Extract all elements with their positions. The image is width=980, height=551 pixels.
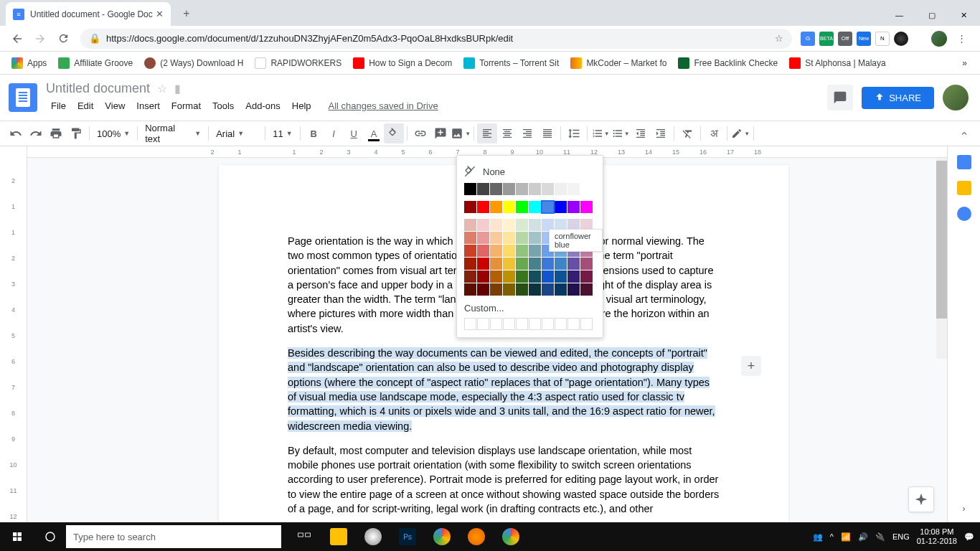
increase-indent-button[interactable] — [651, 123, 671, 143]
color-swatch[interactable] — [503, 201, 515, 213]
tray-chevron-icon[interactable]: ^ — [830, 532, 834, 541]
volume-icon[interactable]: 🔊 — [858, 532, 868, 542]
insert-comment-button[interactable] — [430, 123, 451, 143]
color-swatch[interactable] — [503, 232, 515, 244]
recent-color-swatch[interactable] — [516, 318, 528, 330]
color-swatch[interactable] — [490, 183, 502, 195]
color-swatch[interactable] — [464, 283, 476, 296]
color-swatch[interactable] — [529, 258, 541, 270]
recent-color-swatch[interactable] — [503, 318, 515, 330]
line-spacing-button[interactable] — [564, 123, 584, 143]
color-swatch[interactable] — [529, 201, 541, 213]
color-swatch[interactable] — [477, 232, 489, 244]
insert-link-button[interactable] — [410, 123, 430, 143]
color-swatch[interactable] — [503, 258, 515, 270]
insert-image-button[interactable]: ▼ — [451, 123, 471, 143]
color-swatch[interactable] — [580, 201, 593, 213]
color-swatch[interactable] — [490, 201, 502, 213]
bookmark-item[interactable]: Free Backlink Checke — [672, 57, 783, 69]
bookmark-item[interactable]: MkCoder – Market fo — [565, 57, 672, 69]
paint-format-button[interactable] — [66, 123, 86, 143]
color-swatch[interactable] — [555, 201, 567, 213]
color-swatch[interactable] — [516, 258, 528, 270]
color-swatch[interactable] — [516, 270, 528, 283]
color-swatch[interactable] — [490, 283, 502, 296]
color-swatch[interactable] — [490, 232, 502, 244]
battery-icon[interactable]: 🔌 — [875, 532, 885, 542]
color-swatch[interactable] — [516, 183, 528, 195]
custom-color-option[interactable]: Custom... — [464, 297, 595, 318]
color-swatch[interactable] — [490, 258, 502, 270]
font-size-select[interactable]: 11▼ — [268, 125, 297, 142]
italic-button[interactable]: I — [324, 123, 344, 143]
color-none-option[interactable]: None — [464, 163, 595, 183]
recent-color-swatch[interactable] — [490, 318, 502, 330]
bulleted-list-button[interactable]: ▼ — [611, 123, 631, 143]
color-swatch[interactable] — [529, 270, 541, 283]
recent-color-swatch[interactable] — [464, 318, 476, 330]
color-swatch[interactable] — [555, 258, 567, 270]
bookmarks-overflow[interactable]: » — [955, 58, 974, 68]
align-center-button[interactable] — [497, 123, 517, 143]
menu-tools[interactable]: Tools — [207, 98, 239, 114]
color-swatch[interactable] — [580, 283, 593, 296]
text-color-button[interactable]: A — [364, 123, 384, 143]
numbered-list-button[interactable]: ▼ — [590, 123, 611, 143]
color-swatch[interactable] — [464, 270, 476, 283]
taskbar-app[interactable] — [356, 522, 390, 551]
color-swatch[interactable] — [503, 183, 515, 195]
color-swatch[interactable] — [516, 232, 528, 244]
hide-side-panel-button[interactable]: › — [962, 503, 965, 514]
browser-menu-button[interactable]: ⋮ — [951, 33, 971, 44]
zoom-select[interactable]: 100%▼ — [93, 125, 134, 142]
profile-avatar[interactable] — [931, 31, 947, 47]
back-button[interactable] — [6, 29, 29, 49]
color-swatch[interactable] — [567, 270, 580, 283]
bold-button[interactable]: B — [303, 123, 324, 143]
align-justify-button[interactable] — [537, 123, 557, 143]
explore-button[interactable] — [908, 486, 934, 512]
collapse-toolbar-button[interactable] — [954, 123, 974, 143]
color-swatch[interactable] — [529, 183, 541, 195]
recent-color-swatch[interactable] — [580, 318, 593, 330]
menu-edit[interactable]: Edit — [72, 98, 98, 114]
color-swatch[interactable] — [503, 245, 515, 257]
color-swatch[interactable] — [567, 283, 580, 296]
comments-button[interactable] — [827, 85, 853, 110]
bookmark-item[interactable]: St Alphonsa | Malaya — [783, 57, 892, 69]
color-swatch[interactable] — [555, 270, 567, 283]
keep-icon[interactable] — [957, 181, 971, 195]
extension-icon[interactable]: N — [875, 32, 890, 46]
color-swatch[interactable] — [567, 201, 580, 213]
menu-insert[interactable]: Insert — [131, 98, 165, 114]
forward-button[interactable] — [29, 29, 52, 49]
chrome-canary-app[interactable] — [494, 522, 528, 551]
color-swatch[interactable] — [464, 245, 476, 257]
bookmark-item[interactable]: Torrents – Torrent Sit — [458, 57, 565, 69]
new-tab-button[interactable]: + — [176, 4, 197, 24]
language-indicator[interactable]: ENG — [892, 532, 910, 541]
reload-button[interactable] — [52, 29, 75, 49]
recent-color-swatch[interactable] — [477, 318, 489, 330]
color-swatch[interactable] — [516, 201, 528, 213]
color-swatch[interactable] — [477, 183, 489, 195]
bookmark-item[interactable]: How to Sign a Decom — [347, 57, 458, 69]
menu-addons[interactable]: Add-ons — [240, 98, 285, 114]
color-swatch[interactable] — [542, 201, 554, 213]
color-swatch[interactable] — [477, 283, 489, 296]
document-title[interactable]: Untitled document — [46, 81, 150, 96]
recent-color-swatch[interactable] — [542, 318, 554, 330]
editing-mode-button[interactable]: ▼ — [730, 123, 750, 143]
calendar-icon[interactable] — [957, 155, 971, 169]
color-swatch[interactable] — [516, 245, 528, 257]
color-swatch[interactable] — [555, 283, 567, 296]
color-swatch[interactable] — [490, 270, 502, 283]
redo-button[interactable] — [26, 123, 46, 143]
bookmark-item[interactable]: Affiliate Groove — [52, 57, 138, 69]
color-swatch[interactable] — [580, 183, 593, 195]
firefox-app[interactable] — [459, 522, 494, 551]
account-avatar[interactable] — [943, 85, 969, 110]
close-tab-icon[interactable]: ✕ — [156, 9, 164, 19]
color-swatch[interactable] — [529, 245, 541, 257]
color-swatch[interactable] — [464, 201, 476, 213]
